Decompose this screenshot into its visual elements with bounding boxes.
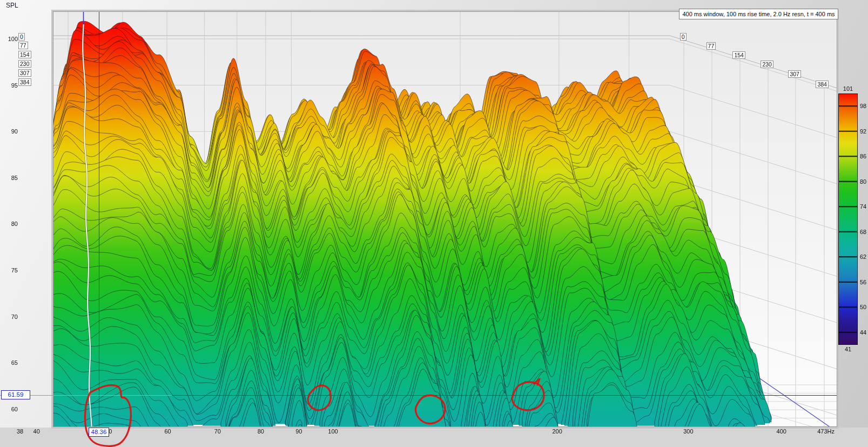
freq-tick-label: 80: [247, 428, 274, 435]
time-slice-label: 77: [706, 42, 716, 50]
time-slice-label: 307: [18, 69, 31, 77]
freq-tick-label: 40: [23, 428, 50, 435]
time-slice-label: 77: [18, 42, 28, 49]
spl-tick-label: 90: [0, 128, 18, 135]
colorbar-tick-label: 68: [860, 229, 866, 235]
colorbar-tick-label: 92: [860, 128, 866, 135]
spl-tick-label: 100: [0, 36, 18, 42]
colorbar-tick-label: 44: [860, 329, 866, 336]
time-slice-label: 154: [18, 51, 31, 58]
freq-tick-label: 70: [204, 428, 231, 435]
colorbar-tick-label: 101: [837, 85, 859, 92]
time-slice-label: 230: [18, 60, 31, 68]
time-slice-label: 230: [761, 61, 773, 68]
colorbar-tick-label: 62: [860, 253, 866, 260]
spl-tick-label: 80: [0, 221, 18, 227]
time-slice-label: 0: [680, 33, 687, 41]
spl-tick-label: 70: [0, 313, 18, 320]
rew-waterfall-window: SPL 400 ms window, 100 ms rise time, 2.0…: [0, 0, 868, 447]
time-slice-label: 154: [732, 51, 745, 59]
colorbar-tick-label: 80: [860, 178, 866, 185]
time-slice-label: 384: [18, 78, 31, 86]
freq-tick-label: 60: [154, 428, 181, 435]
freq-tick-label: 300: [675, 428, 702, 435]
time-slice-label: 384: [816, 81, 829, 88]
colorbar-tick-label: 98: [860, 103, 866, 109]
colorbar-tick-label: 56: [860, 279, 866, 285]
measurement-settings-readout: 400 ms window, 100 ms rise time, 2.0 Hz …: [679, 9, 838, 19]
time-slice-label: 307: [788, 70, 801, 78]
spl-tick-label: 60: [0, 406, 18, 412]
freq-tick-label: 473Hz: [812, 428, 839, 435]
waterfall-plot-canvas[interactable]: [0, 0, 868, 447]
cursor-freq-readout: 48.36: [89, 428, 109, 437]
colorbar-tick-label: 50: [860, 304, 866, 310]
spl-tick-label: 75: [0, 267, 18, 273]
colorbar-tick-label: 74: [860, 203, 866, 210]
spl-tick-label: 65: [0, 359, 18, 366]
freq-tick-label: 100: [319, 428, 346, 435]
spl-tick-label: 95: [0, 82, 18, 89]
time-slice-label: 0: [18, 33, 25, 41]
spl-axis-title: SPL: [6, 2, 18, 9]
freq-tick-label: 90: [285, 428, 312, 435]
cursor-spl-readout: 61.59: [1, 390, 30, 399]
freq-tick-label: 400: [768, 428, 795, 435]
colorbar-tick-label: 41: [837, 346, 859, 352]
spl-tick-label: 85: [0, 175, 18, 181]
freq-tick-label: 200: [544, 428, 571, 435]
colorbar-tick-label: 86: [860, 153, 866, 159]
